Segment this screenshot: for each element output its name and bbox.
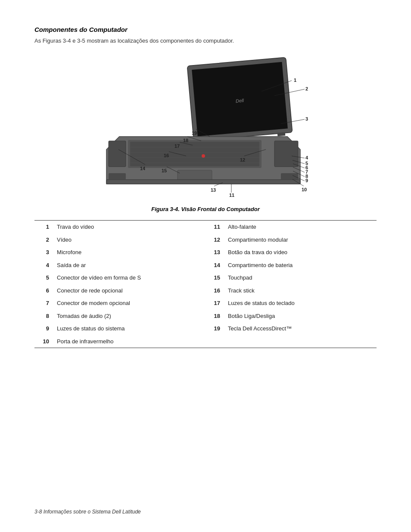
component-number-left: 8 [34,310,53,323]
svg-text:14: 14 [140,166,146,171]
table-row: 2Vídeo12Compartimento modular [34,233,377,246]
svg-text:13: 13 [211,187,216,193]
component-label-left: Conector de vídeo em forma de S [53,271,206,284]
table-row: 5Conector de vídeo em forma de S15Touchp… [34,271,377,284]
table-row: 4Saída de ar14Compartimento de bateria [34,259,377,272]
component-label-left: Luzes de status do sistema [53,322,206,335]
svg-rect-4 [277,132,286,137]
svg-rect-14 [109,173,126,180]
component-number-right: 18 [206,310,224,323]
empty-cell [206,335,224,348]
table-row: 1Trava do vídeo11Alto-falante [34,221,377,233]
svg-text:17: 17 [174,143,180,149]
laptop-svg: Dell [93,57,318,199]
table-row: 6Conector de rede opcional16Track stick [34,284,377,297]
svg-rect-16 [274,141,298,167]
table-row: 3Microfone13Botão da trava do vídeo [34,246,377,259]
svg-rect-17 [109,141,126,167]
component-number-right: 12 [206,233,224,246]
svg-text:9: 9 [305,178,308,183]
component-table: 1Trava do vídeo11Alto-falante2Vídeo12Com… [34,221,377,348]
svg-text:11: 11 [229,193,234,198]
svg-text:18: 18 [183,138,188,143]
component-number-right: 14 [206,259,224,272]
component-label-right: Touchpad [224,271,377,284]
table-row: 7Conector de modem opcional17Luzes de st… [34,297,377,310]
component-number-right: 11 [206,221,224,233]
component-number-left: 10 [34,335,53,348]
component-label-right: Tecla Dell AccessDirect™ [224,322,377,335]
component-number-right: 19 [206,322,224,335]
svg-text:12: 12 [240,157,245,162]
component-label-left: Conector de rede opcional [53,284,206,297]
laptop-diagram: Dell [93,57,318,199]
component-label-left: Microfone [53,246,206,259]
footer: 3-8 Informações sobre o Sistema Dell Lat… [34,509,141,515]
component-label-left: Conector de modem opcional [53,297,206,310]
svg-rect-13 [106,180,300,184]
component-number-left: 2 [34,233,53,246]
svg-text:2: 2 [305,86,308,91]
component-number-left: 9 [34,322,53,335]
svg-text:15: 15 [162,168,167,173]
svg-rect-6 [130,142,259,166]
section-title: Componentes do Computador [34,26,377,33]
bottom-divider [34,348,377,348]
table-row: 10Porta de infravermelho [34,335,377,348]
empty-cell [224,335,377,348]
component-number-left: 1 [34,221,53,233]
component-number-left: 6 [34,284,53,297]
svg-text:Dell: Dell [235,98,244,104]
component-label-right: Track stick [224,284,377,297]
svg-point-12 [202,154,205,158]
figure-caption: Figura 3-4. Visão Frontal do Computador [34,206,377,212]
figure-container: Dell [34,57,377,199]
component-number-right: 17 [206,297,224,310]
component-label-right: Alto-falante [224,221,377,233]
component-number-left: 4 [34,259,53,272]
component-label-left: Saída de ar [53,259,206,272]
svg-text:16: 16 [164,153,169,158]
component-number-right: 15 [206,271,224,284]
component-label-left: Porta de infravermelho [53,335,206,348]
component-label-right: Compartimento de bateria [224,259,377,272]
component-number-left: 3 [34,246,53,259]
svg-rect-15 [281,173,298,180]
component-label-right: Botão da trava do vídeo [224,246,377,259]
svg-text:3: 3 [305,116,308,121]
component-label-right: Botão Liga/Desliga [224,310,377,323]
svg-text:4: 4 [305,155,308,160]
component-number-right: 16 [206,284,224,297]
component-label-right: Compartimento modular [224,233,377,246]
component-label-left: Tomadas de áudio (2) [53,310,206,323]
component-number-left: 5 [34,271,53,284]
component-label-right: Luzes de status do teclado [224,297,377,310]
component-label-left: Vídeo [53,233,206,246]
table-row: 8Tomadas de áudio (2)18Botão Liga/Deslig… [34,310,377,323]
component-number-right: 13 [206,246,224,259]
svg-text:10: 10 [302,187,307,192]
svg-text:1: 1 [294,78,296,83]
component-label-left: Trava do vídeo [53,221,206,233]
intro-text: As Figuras 3-4 e 3-5 mostram as localiza… [34,37,377,44]
component-number-left: 7 [34,297,53,310]
svg-text:19: 19 [192,131,197,136]
page: Componentes do Computador As Figuras 3-4… [0,0,411,532]
table-row: 9Luzes de status do sistema19Tecla Dell … [34,322,377,335]
